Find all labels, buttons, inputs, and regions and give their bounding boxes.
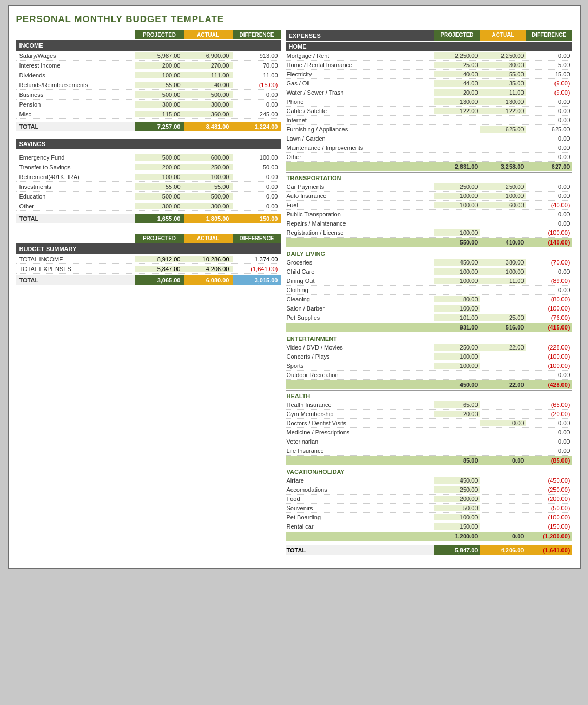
table-row: Concerts / Plays100.00(100.00) (286, 352, 572, 361)
entertainment-subtotal-difference: (428.00) (526, 381, 572, 388)
row-difference: (200.00) (526, 496, 572, 502)
row-projected: 122.00 (434, 108, 480, 114)
row-projected: 5,987.00 (135, 52, 184, 59)
row-actual: 30.00 (480, 62, 526, 68)
row-difference: 0.00 (526, 420, 572, 426)
row-actual: 300.00 (184, 203, 233, 209)
row-projected: 100.00 (135, 72, 184, 78)
row-projected: 100.00 (434, 268, 480, 275)
row-difference: 0.00 (526, 144, 572, 151)
row-label: Medicine / Prescriptions (286, 429, 434, 436)
table-row: Misc115.00360.00245.00 (16, 109, 281, 119)
row-difference: (9.00) (526, 80, 572, 87)
daily-living-section: DAILY LIVING Groceries450.00380.00(70.00… (286, 248, 572, 332)
daily-living-subtotal-spacer (286, 324, 434, 331)
row-actual: 4,206.00 (184, 266, 233, 272)
row-projected: 200.00 (434, 496, 480, 502)
table-row: Interest Income200.00270.0070.00 (16, 61, 281, 70)
row-projected: 101.00 (434, 314, 480, 321)
row-projected: 40.00 (434, 71, 480, 77)
row-label: Emergency Fund (16, 154, 135, 161)
row-difference: 0.00 (233, 174, 281, 180)
row-difference: 0.00 (526, 117, 572, 123)
row-projected: 20.00 (434, 89, 480, 96)
row-actual: 500.00 (184, 91, 233, 98)
row-actual: 11.00 (480, 278, 526, 284)
table-row: Lawn / Garden0.00 (286, 134, 572, 143)
row-projected: 150.00 (434, 523, 480, 530)
row-label: Phone (286, 98, 434, 105)
savings-total-label: TOTAL (16, 214, 135, 223)
row-label: Transfer to Savings (16, 164, 135, 170)
table-row: Gas / Oil44.0035.00(9.00) (286, 79, 572, 88)
vacation-subtotal-row: 1,200.00 0.00 (1,200.00) (286, 532, 572, 541)
transportation-subtotal-spacer (286, 239, 434, 246)
row-projected: 300.00 (135, 101, 184, 108)
row-actual: 25.00 (480, 314, 526, 321)
row-projected: 200.00 (135, 62, 184, 69)
table-row: Health Insurance65.00(65.00) (286, 400, 572, 410)
row-difference: 0.00 (526, 287, 572, 293)
row-actual: 270.00 (184, 62, 233, 69)
row-label: Home / Rental Insurance (286, 62, 434, 68)
main-layout: PROJECTED ACTUAL DIFFERENCE INCOME Salar… (16, 30, 572, 557)
income-section: PROJECTED ACTUAL DIFFERENCE INCOME Salar… (16, 30, 281, 133)
vacation-rows: Airfare450.00(450.00)Accomodations250.00… (286, 476, 572, 531)
entertainment-subtotal-projected: 450.00 (434, 381, 480, 388)
summary-total-difference: 3,015.00 (233, 275, 281, 285)
row-label: Cable / Satelite (286, 108, 434, 114)
table-row: Public Transporation0.00 (286, 210, 572, 219)
transportation-subtotal-actual: 410.00 (480, 239, 526, 246)
row-label: Other (286, 154, 434, 160)
row-label: Investments (16, 183, 135, 190)
row-projected: 130.00 (434, 98, 480, 105)
row-difference: 0.00 (526, 154, 572, 160)
page: PERSONAL MONTHLY BUDGET TEMPLATE PROJECT… (8, 5, 581, 569)
table-row: Gym Membership20.00(20.00) (286, 410, 572, 419)
right-column: EXPENSES PROJECTED ACTUAL DIFFERENCE HOM… (286, 30, 572, 557)
row-projected: 65.00 (434, 401, 480, 408)
table-row: Airfare450.00(450.00) (286, 476, 572, 485)
summary-total-label: TOTAL (16, 275, 135, 285)
entertainment-subtotal-row: 450.00 22.00 (428.00) (286, 380, 572, 389)
transportation-subtotal-row: 550.00 410.00 (140.00) (286, 238, 572, 247)
row-actual: 625.00 (480, 126, 526, 133)
row-label: Doctors / Dentist Visits (286, 420, 434, 426)
row-difference: 0.00 (526, 108, 572, 114)
row-projected: 100.00 (434, 363, 480, 369)
summary-header-spacer (16, 234, 135, 243)
transportation-subtotal-projected: 550.00 (434, 239, 480, 246)
row-actual: 100.00 (480, 193, 526, 199)
row-difference: (70.00) (526, 259, 572, 266)
savings-total-actual: 1,805.00 (184, 214, 233, 223)
row-label: Electricity (286, 71, 434, 77)
row-label: Education (16, 193, 135, 200)
row-actual: 111.00 (184, 72, 233, 78)
row-difference: (100.00) (526, 305, 572, 312)
row-projected: 100.00 (434, 305, 480, 312)
row-actual: 250.00 (184, 164, 233, 170)
row-label: Life Insurance (286, 447, 434, 454)
row-projected: 44.00 (434, 80, 480, 87)
health-subtotal-projected: 85.00 (434, 457, 480, 464)
row-actual: 55.00 (184, 183, 233, 190)
summary-section: PROJECTED ACTUAL DIFFERENCE BUDGET SUMMA… (16, 234, 281, 287)
row-projected: 250.00 (434, 344, 480, 351)
row-projected: 115.00 (135, 111, 184, 117)
summary-col-header-row: PROJECTED ACTUAL DIFFERENCE (16, 234, 281, 243)
table-row: Pension300.00300.000.00 (16, 100, 281, 109)
home-section: HOME Mortgage / Rent2,250.002,250.000.00… (286, 42, 572, 171)
health-rows: Health Insurance65.00(65.00)Gym Membersh… (286, 400, 572, 456)
row-label: Sports (286, 363, 434, 369)
row-projected: 500.00 (135, 193, 184, 200)
row-actual: 40.00 (184, 82, 233, 88)
row-difference: (100.00) (526, 514, 572, 520)
home-subtotal-spacer (286, 163, 434, 170)
row-projected: 8,912.00 (135, 256, 184, 262)
table-row: Registration / License100.00(100.00) (286, 228, 572, 238)
row-difference: 0.00 (526, 211, 572, 218)
row-actual: 130.00 (480, 98, 526, 105)
row-difference: (9.00) (526, 89, 572, 96)
table-row: Doctors / Dentist Visits0.000.00 (286, 419, 572, 428)
table-row: Child Care100.00100.000.00 (286, 267, 572, 276)
